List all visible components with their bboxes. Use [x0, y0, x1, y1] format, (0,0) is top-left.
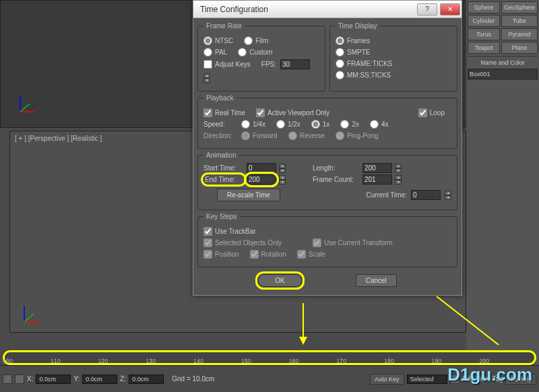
primitive-button[interactable]: Sphere — [468, 1, 500, 13]
end-time-spinner[interactable] — [247, 174, 276, 185]
spinner-up-icon[interactable]: ▴ — [203, 73, 210, 78]
mmss-radio[interactable]: MM:SS:TICKS — [336, 71, 391, 79]
grid-info: Grid = 10.0cm — [172, 375, 214, 383]
position-check: Position — [203, 250, 239, 259]
timeline-tick: 200 — [484, 358, 532, 363]
svg-line-2 — [20, 104, 30, 112]
snap-icon[interactable] — [15, 374, 24, 384]
name-color-header: Name and Color — [468, 56, 538, 69]
axis-gizmo-icon — [16, 94, 36, 115]
start-time-spinner[interactable] — [247, 163, 276, 173]
use-xform-check: Use Current Transform — [313, 238, 393, 247]
timeline-trackbar[interactable]: 100110120130140150160170180190200 — [3, 350, 536, 365]
timeline-tick: 180 — [389, 358, 437, 363]
lock-icon[interactable] — [3, 374, 12, 384]
speed-2x[interactable]: 2x — [340, 120, 359, 129]
z-coord-field[interactable] — [129, 374, 164, 384]
frame-rate-group: Frame Rate NTSC Film PAL Custom Adjust K… — [197, 22, 325, 92]
scale-check: Scale — [297, 250, 325, 259]
film-radio[interactable]: Film — [244, 36, 268, 45]
adjust-keys-check[interactable]: Adjust Keys — [203, 60, 251, 69]
rotation-check: Rotation — [250, 250, 286, 259]
selected-only-check: Selected Objects Only — [203, 238, 282, 247]
speed-1x[interactable]: 1x — [311, 120, 330, 129]
timeline-tick: 110 — [55, 358, 103, 363]
timeline-tick: 170 — [341, 358, 389, 363]
object-name-field[interactable] — [468, 69, 538, 79]
ok-button[interactable]: OK — [258, 274, 301, 287]
smpte-radio[interactable]: SMPTE — [336, 48, 370, 57]
timeline-tick: 190 — [437, 358, 484, 363]
custom-radio[interactable]: Custom — [238, 48, 272, 57]
x-coord-field[interactable] — [36, 374, 71, 384]
primitive-button[interactable]: Cylinder — [468, 15, 500, 27]
svg-line-5 — [24, 314, 34, 322]
primitive-button[interactable]: Tube — [501, 15, 538, 27]
current-time-spinner[interactable] — [411, 190, 441, 200]
frameticks-radio[interactable]: FRAME:TICKS — [336, 59, 392, 68]
use-trackbar-check[interactable]: Use TrackBar — [203, 227, 256, 236]
realtime-check[interactable]: Real Time — [203, 108, 245, 117]
animation-group: Animation Start Time: ▴▾ Length: ▴▾ End … — [197, 152, 457, 210]
speed-4x[interactable]: 4x — [370, 120, 389, 129]
timeline-tick: 140 — [198, 358, 246, 363]
end-time-label: End Time: — [203, 175, 244, 184]
primitive-button[interactable]: Pyramid — [501, 28, 538, 40]
primitive-button[interactable]: GeoSphere — [501, 1, 538, 13]
axis-gizmo-icon — [20, 304, 40, 325]
timeline-tick: 120 — [102, 358, 150, 363]
length-spinner[interactable] — [362, 163, 392, 173]
dir-forward: Forward — [241, 131, 278, 140]
speed-1-4x[interactable]: 1/4x — [241, 120, 265, 129]
loop-check[interactable]: Loop — [418, 108, 445, 117]
y-coord-field[interactable] — [82, 374, 117, 384]
help-button[interactable]: ? — [417, 3, 437, 15]
dialog-titlebar[interactable]: Time Configuration ? ✕ — [193, 1, 462, 18]
active-viewport-check[interactable]: Active Viewport Only — [256, 108, 329, 117]
frames-radio[interactable]: Frames — [336, 36, 370, 45]
playback-group: Playback Real Time Active Viewport Only … — [197, 94, 457, 149]
timeline-tick: 150 — [246, 358, 294, 363]
speed-1-2x[interactable]: 1/2x — [276, 120, 300, 129]
ntsc-radio[interactable]: NTSC — [203, 36, 233, 45]
primitive-button[interactable]: Teapot — [468, 42, 500, 54]
primitive-button[interactable]: Plane — [501, 42, 538, 54]
timeline-tick: 160 — [293, 358, 341, 363]
dialog-title: Time Configuration — [200, 5, 268, 14]
command-panel: SphereGeoSphereCylinderTubeTorusPyramidT… — [466, 0, 539, 392]
watermark: D1gu.com — [447, 364, 532, 385]
key-filter-field[interactable] — [407, 374, 447, 384]
fps-spinner[interactable] — [280, 59, 310, 69]
close-icon[interactable]: ✕ — [440, 3, 460, 15]
dir-reverse: Reverse — [288, 131, 325, 140]
timeline-tick: 130 — [150, 358, 198, 363]
viewport-label: [ + ] [Perspective ] [Realistic ] — [15, 135, 102, 142]
frame-count-spinner[interactable] — [362, 174, 392, 185]
rescale-time-button[interactable]: Re-scale Time — [217, 189, 280, 201]
pal-radio[interactable]: PAL — [203, 48, 227, 57]
primitive-button[interactable]: Torus — [468, 28, 500, 40]
timeline-tick: 100 — [7, 358, 55, 363]
key-steps-group: Key Steps Use TrackBar Selected Objects … — [197, 213, 457, 267]
autokey-button[interactable]: Auto Key — [370, 374, 404, 385]
cancel-button[interactable]: Cancel — [356, 274, 397, 287]
dir-pingpong: Ping-Pong — [336, 131, 379, 140]
time-configuration-dialog: Time Configuration ? ✕ Frame Rate NTSC F… — [193, 0, 462, 296]
spinner-down-icon[interactable]: ▾ — [203, 78, 210, 83]
time-display-group: Time Display Frames SMPTE FRAME:TICKS MM… — [329, 22, 457, 92]
